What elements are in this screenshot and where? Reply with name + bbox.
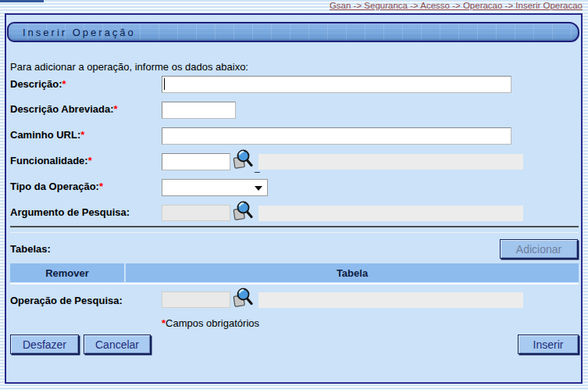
- required-asterisk: *: [99, 181, 103, 192]
- text-caret: [164, 78, 165, 90]
- required-asterisk: *: [113, 103, 117, 115]
- funcionalidade-search-icon[interactable]: [232, 149, 253, 170]
- argumento-pesquisa-label: Argumento de Pesquisa:: [10, 206, 130, 218]
- operacao-pesquisa-display-field: [258, 292, 523, 308]
- page-background: Gsan -> Seguranca -> Acesso -> Operacao …: [0, 0, 588, 390]
- argumento-pesquisa-search-icon[interactable]: [232, 201, 253, 222]
- tipo-operacao-select[interactable]: [162, 179, 268, 196]
- intro-text: Para adicionar a operação, informe os da…: [10, 61, 248, 73]
- tabelas-label: Tabelas:: [10, 243, 51, 255]
- top-nav-fragment: [0, 0, 44, 2]
- page-title-bar: Inserir Operação: [7, 22, 579, 42]
- page-title: Inserir Operação: [9, 27, 136, 38]
- section-divider: [10, 226, 579, 227]
- column-header-tabela: Tabela: [126, 263, 579, 282]
- tabelas-table-header: Remover Tabela: [10, 263, 579, 282]
- required-asterisk: *: [80, 129, 84, 141]
- required-asterisk: *: [88, 155, 92, 166]
- argumento-pesquisa-input: [162, 205, 230, 221]
- funcionalidade-label: Funcionalidade:*: [10, 155, 92, 166]
- argumento-pesquisa-display-field: [258, 206, 523, 221]
- operacao-pesquisa-input: [162, 292, 230, 308]
- breadcrumb[interactable]: Gsan -> Seguranca -> Acesso -> Operacao …: [330, 1, 583, 10]
- descricao-abreviada-label: Descrição Abreviada:*: [10, 103, 118, 115]
- operacao-pesquisa-label: Operação de Pesquisa:: [10, 295, 123, 306]
- inserir-button[interactable]: Inserir: [518, 335, 579, 354]
- adicionar-button[interactable]: Adicionar: [500, 239, 578, 259]
- chevron-down-icon: [255, 186, 262, 191]
- operacao-pesquisa-search-icon[interactable]: [232, 288, 253, 309]
- column-header-remover: Remover: [10, 263, 124, 282]
- table-body-strip: [10, 283, 579, 284]
- descricao-abreviada-input[interactable]: [162, 102, 236, 119]
- caminho-url-label: Caminho URL:*: [10, 129, 84, 141]
- section-divider-highlight: [10, 232, 579, 233]
- descricao-input[interactable]: [162, 76, 511, 93]
- caminho-url-input[interactable]: [162, 127, 511, 145]
- tipo-operacao-label: Tipo da Operação:*: [10, 181, 103, 192]
- required-asterisk: *: [62, 78, 66, 90]
- required-fields-note: *Campos obrigatórios: [162, 317, 259, 329]
- desfazer-button[interactable]: Desfazer: [10, 335, 79, 354]
- descricao-label: Descrição:*: [10, 78, 66, 90]
- cancelar-button[interactable]: Cancelar: [84, 335, 151, 354]
- funcionalidade-display-field: [258, 154, 523, 170]
- funcionalidade-input[interactable]: [162, 153, 230, 170]
- content-panel: Inserir Operação Para adicionar a operaç…: [5, 13, 583, 384]
